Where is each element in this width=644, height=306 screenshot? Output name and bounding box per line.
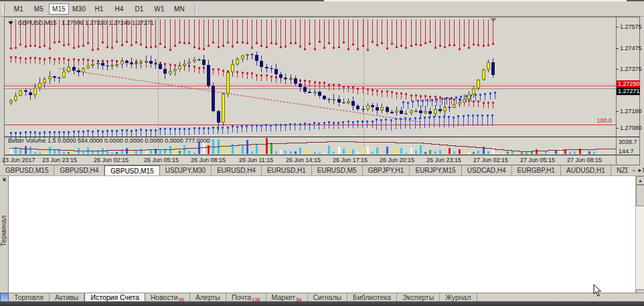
terminal-panel: ОрдерВремяТипОбъемСимволЦенаS / LT / PВр… — [0, 176, 644, 293]
terminal-tab-label: Активы — [55, 293, 79, 301]
timeframes-toolbar: M1M5M15M30H1H4D1W1MN — [0, 1, 644, 17]
chart-tab-usdcad-h4[interactable]: USDCAD,H4 — [462, 165, 512, 176]
chart-tab-usdjpy-m30[interactable]: USDJPY,M30 — [160, 165, 212, 176]
chart-tabs-bar: GBPUSD,M15GBPUSD,H4GBPUSD,M15USDJPY,M30E… — [0, 165, 644, 176]
mouse-cursor-icon — [593, 284, 602, 300]
timeframe-button-mn[interactable]: MN — [169, 3, 189, 15]
terminal-tab-label: Маркет — [272, 293, 296, 301]
fibonacci-level-label: 100.0 — [596, 117, 612, 124]
scrollbar-up-icon[interactable]: ▲ — [636, 176, 644, 185]
terminal-side-tab[interactable]: Терминал — [0, 194, 9, 268]
indicator-label: Better Volume 1.5 0.0000 594.0000 0.0000… — [8, 137, 210, 144]
chart-tab-gbpusd-m15[interactable]: GBPUSD,M15 — [104, 165, 159, 176]
chart-tab-eurgbp-h1[interactable]: EURGBP,H1 — [512, 165, 562, 176]
ask-price-box: 1.27290 — [617, 80, 640, 88]
chart-symbol-period: GBPUSD,M15 — [18, 19, 57, 26]
table-scrollbar[interactable]: ▲ ▼ — [635, 176, 644, 300]
terminal-tab-label: Новости — [151, 293, 178, 301]
terminal-tabs-bar: ТорговляАктивыИстория СчетаНовости99Алер… — [9, 293, 644, 301]
timeframe-button-m30[interactable]: M30 — [69, 3, 89, 15]
timeframe-button-m1[interactable]: M1 — [9, 3, 29, 15]
chart-tab-audusd-h1[interactable]: AUDUSD,H1 — [561, 165, 611, 176]
chart-tab-gbpjpy-h1[interactable]: GBPJPY,H1 — [363, 165, 410, 176]
chart-title: GBPUSD,M15 1.27306 1.27320 1.27249 1.272… — [8, 19, 154, 26]
terminal-tab-label: Торговля — [14, 293, 44, 301]
terminal-tab-label: Эксперты — [402, 293, 434, 301]
chart-tab-eurusd-h4[interactable]: EURUSD,H4 — [212, 165, 262, 176]
chart-ohlc-values: 1.27306 1.27320 1.27249 1.27271 — [62, 19, 154, 26]
terminal-close-icon[interactable]: × — [1, 177, 8, 184]
chart-dropdown-icon[interactable] — [8, 21, 13, 25]
terminal-tab-label: Сигналы — [313, 293, 342, 301]
chart-tab-eurjpy-m15[interactable]: EURJPY,M15 — [410, 165, 461, 176]
chart-tab-gbpusd-m15[interactable]: GBPUSD,M15 — [0, 165, 54, 176]
mt4-terminal-window: M1M5M15M30H1H4D1W1MN 1.275751.274751.273… — [0, 0, 644, 306]
chart-tab-eurusd-h1[interactable]: EURUSD,H1 — [262, 165, 312, 176]
scrollbar-thumb[interactable] — [636, 185, 644, 206]
scroll-left-icon[interactable]: ◄ — [631, 167, 636, 173]
timeframe-button-m15[interactable]: M15 — [49, 3, 69, 15]
timeframe-button-h1[interactable]: H1 — [89, 3, 109, 15]
chart-tab-gbpusd-h4[interactable]: GBPUSD,H4 — [54, 165, 104, 176]
chart-tab-eurusd-m5[interactable]: EURUSD,M5 — [312, 165, 363, 176]
terminal-tab-label: Библиотека — [353, 293, 391, 301]
terminal-tab-label: История Счета — [90, 293, 139, 301]
scroll-right-icon[interactable]: ► — [637, 167, 643, 173]
timeframe-button-d1[interactable]: D1 — [129, 3, 149, 15]
chart-shift-marker-icon[interactable] — [490, 18, 497, 22]
timeframe-button-w1[interactable]: W1 — [149, 3, 169, 15]
terminal-tab-label: Журнал — [445, 293, 471, 301]
terminal-tab-label: Алерты — [195, 293, 220, 301]
terminal-tab-label: Почта — [232, 293, 251, 301]
timeframe-button-h4[interactable]: H4 — [109, 3, 129, 15]
status-bar — [0, 301, 644, 306]
toolbar-separator — [195, 3, 196, 14]
timeframe-buttons-group: M1M5M15M30H1H4D1W1MN — [9, 3, 189, 15]
chart-tabs-scroll[interactable]: ◄ ► — [628, 167, 643, 173]
timeframe-button-m5[interactable]: M5 — [29, 3, 49, 15]
toolbar-grip-handle[interactable] — [3, 3, 5, 14]
bid-price-box: 1.27271 — [617, 88, 640, 95]
